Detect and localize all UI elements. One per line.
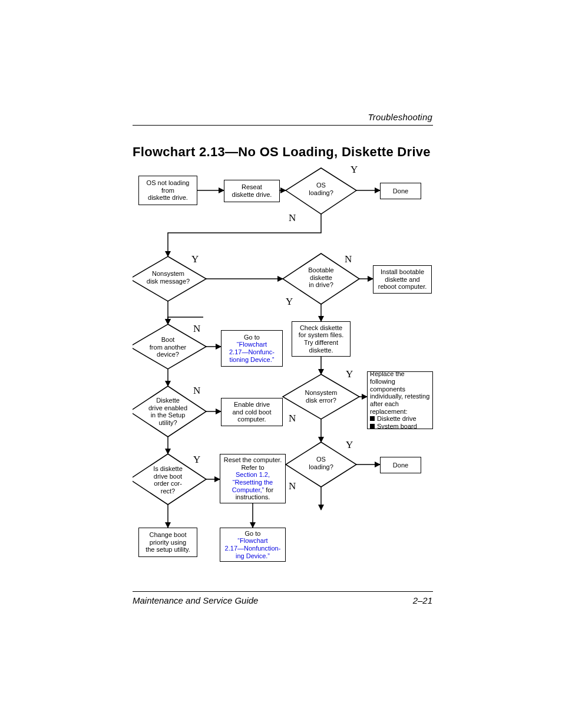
- bullet-icon: [370, 424, 375, 429]
- label-n: N: [345, 253, 356, 265]
- label: Nonsystemdisk error?: [299, 389, 343, 404]
- label-n: N: [133, 296, 134, 308]
- label-n: N: [289, 480, 300, 492]
- label-y: Y: [351, 165, 362, 176]
- flowchart-canvas: OS not loadingfromdiskette drive. Reseat…: [133, 165, 433, 578]
- flowchart-link[interactable]: “Flowchart2.17—Nonfunction-ing Device.”: [225, 537, 281, 559]
- flowchart-link[interactable]: “Flowchart2.17—Nonfunc-tioning Device.”: [229, 341, 275, 363]
- text: Reseatdiskette drive.: [227, 183, 277, 198]
- text: Change bootpriority usingthe setup utili…: [141, 531, 194, 554]
- box-done-2: Done: [380, 457, 421, 473]
- label-y: Y: [133, 432, 134, 444]
- label-y: Y: [133, 364, 134, 376]
- text: OS not loadingfromdiskette drive.: [141, 179, 194, 202]
- text: Enable driveand cold bootcomputer.: [224, 401, 280, 423]
- label-n: N: [193, 323, 205, 335]
- text: Check diskettefor system files.Try diffe…: [295, 324, 348, 354]
- footer-rule: [133, 591, 433, 592]
- box-reset-computer: Reset the computer.Refer to Section 1.2,…: [220, 454, 286, 503]
- box-goto-217-b: Go to “Flowchart2.17—Nonfunction-ing Dev…: [220, 528, 286, 562]
- label-y: Y: [346, 439, 358, 451]
- label: OSloading?: [300, 456, 342, 470]
- box-change-priority: Change bootpriority usingthe setup utili…: [138, 528, 197, 557]
- box-done-1: Done: [380, 183, 421, 199]
- text: Go to “Flowchart2.17—Nonfunction-ing Dev…: [223, 530, 283, 560]
- footer-right: 2–21: [413, 595, 432, 605]
- i1: Diskette drive: [377, 415, 416, 422]
- text: Done: [383, 462, 418, 469]
- box-start: OS not loadingfromdiskette drive.: [138, 176, 197, 205]
- text: Go to “Flowchart2.17—Nonfunc-tioning Dev…: [224, 334, 280, 364]
- i2: System board: [377, 423, 417, 429]
- text: Replace the followingcomponentsindividua…: [370, 371, 430, 429]
- pre: Go to: [244, 334, 260, 341]
- pre: Reset the computer.Refer to: [224, 456, 282, 471]
- label-n: N: [289, 212, 300, 224]
- footer-left: Maintenance and Service Guide: [133, 595, 258, 605]
- label-y: Y: [286, 296, 297, 308]
- page: Troubleshooting Flowchart 2.13—No OS Loa…: [0, 0, 562, 728]
- label-y: Y: [193, 454, 205, 466]
- label: OSloading?: [300, 182, 342, 196]
- box-enable-drive: Enable driveand cold bootcomputer.: [221, 398, 283, 426]
- bullet-icon: [370, 416, 375, 421]
- label-n: N: [289, 413, 300, 424]
- diamond-os-loading-1: OSloading?: [286, 168, 356, 214]
- label-n: N: [133, 500, 134, 512]
- t1: Replace the followingcomponentsindividua…: [370, 371, 429, 415]
- label-y: Y: [191, 253, 203, 265]
- label: Nonsystemdisk message?: [143, 270, 193, 285]
- text: Reset the computer.Refer to Section 1.2,…: [223, 456, 283, 501]
- text: Done: [383, 187, 418, 195]
- flowchart-title: Flowchart 2.13—No OS Loading, Diskette D…: [133, 144, 431, 160]
- text: Install bootablediskette andreboot compu…: [376, 268, 429, 291]
- label: Bootablediskettein drive?: [300, 266, 342, 289]
- box-replace-components: Replace the followingcomponentsindividua…: [367, 371, 433, 429]
- label: Is diskettedrive bootorder cor-rect?: [147, 465, 189, 495]
- pre: Go to: [245, 530, 261, 537]
- label-y: Y: [346, 368, 358, 380]
- label: Diskettedrive enabledin the Setuputility…: [146, 397, 190, 427]
- label: Bootfrom anotherdevice?: [146, 336, 190, 358]
- label-n: N: [193, 385, 205, 397]
- running-header: Troubleshooting: [368, 112, 432, 122]
- header-rule: [133, 125, 433, 126]
- box-reseat: Reseatdiskette drive.: [224, 180, 280, 202]
- box-goto-217-a: Go to “Flowchart2.17—Nonfunc-tioning Dev…: [221, 330, 283, 367]
- box-install-bootable: Install bootablediskette andreboot compu…: [373, 265, 432, 294]
- box-check-system-files: Check diskettefor system files.Try diffe…: [292, 321, 351, 357]
